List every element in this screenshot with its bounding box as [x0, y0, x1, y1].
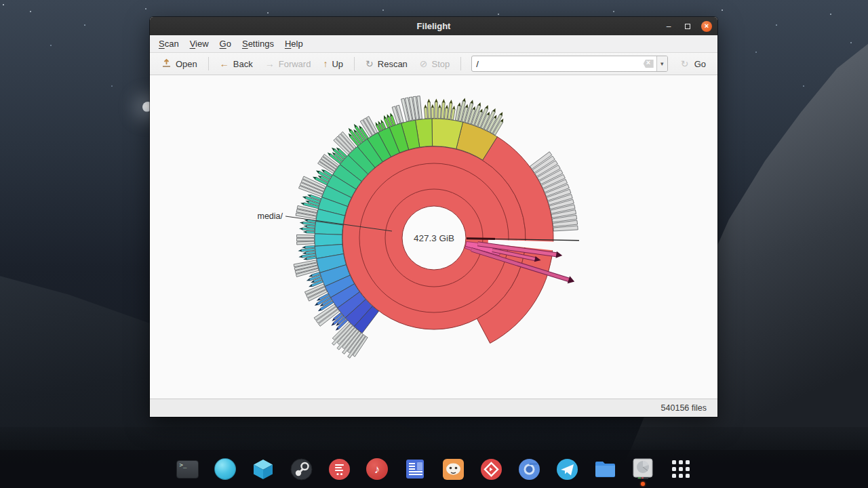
chart-spike: [307, 225, 315, 228]
menu-item-go[interactable]: Go: [214, 37, 237, 51]
dock-item-red-lines[interactable]: [327, 455, 351, 483]
chart-spike: [305, 245, 315, 248]
dock-item-gimp[interactable]: [441, 455, 465, 483]
open-label: Open: [176, 59, 197, 69]
diamond-app-icon: [480, 458, 502, 481]
dock-item-filelight[interactable]: [631, 455, 655, 483]
titlebar[interactable]: Filelight – ×: [150, 17, 717, 35]
path-combo: ▾: [471, 56, 667, 72]
dock-item-writer[interactable]: [403, 455, 427, 483]
rescan-label: Rescan: [378, 59, 408, 69]
up-button[interactable]: ↑Up: [318, 57, 348, 71]
open-button[interactable]: Open: [157, 56, 202, 72]
go-button[interactable]: ↻Go: [675, 57, 711, 71]
center-size-label: 427.3 GiB: [414, 233, 454, 243]
annotation-media: media/: [257, 211, 283, 221]
chart-spike: [297, 235, 315, 237]
file-count: 540156 files: [661, 403, 707, 413]
go-label: Go: [694, 59, 706, 69]
document-icon: [405, 458, 425, 480]
back-label: Back: [233, 59, 253, 69]
gimp-icon: [442, 458, 465, 481]
dock-item-music[interactable]: ♪: [365, 455, 389, 483]
stop-label: Stop: [432, 59, 450, 69]
dock-item-red-diamond[interactable]: [479, 455, 503, 483]
up-icon: ↑: [323, 59, 328, 69]
dock-item-terminal[interactable]: >_: [175, 455, 199, 483]
dock-item-chromium[interactable]: [517, 455, 541, 483]
chart-spike: [444, 108, 448, 119]
menu-item-help[interactable]: Help: [279, 37, 309, 51]
menu-item-view[interactable]: View: [184, 37, 214, 51]
menubar: ScanViewGoSettingsHelp: [150, 35, 717, 53]
terminal-icon: >_: [176, 460, 199, 479]
statusbar: 540156 files: [150, 399, 717, 417]
back-icon: ←: [220, 59, 229, 69]
chevron-down-icon[interactable]: ▾: [656, 56, 667, 71]
window-controls: – ×: [663, 17, 712, 35]
up-label: Up: [332, 59, 343, 69]
close-button[interactable]: ×: [701, 21, 712, 32]
telegram-icon: [556, 458, 578, 481]
toolbar: Open←Back→Forward↑Up↻Rescan⊘Stop▾↻Go: [150, 53, 717, 75]
folder-icon: [594, 460, 616, 479]
music-icon: ♪: [366, 458, 388, 480]
dock-item-steam[interactable]: [289, 455, 313, 483]
open-icon: [161, 58, 172, 70]
sunburst-chart[interactable]: media/427.3 GiB: [251, 89, 617, 387]
red-app-icon: [328, 458, 351, 481]
forward-button: →Forward: [260, 57, 316, 71]
stop-button: ⊘Stop: [415, 57, 454, 71]
chart-spike: [441, 102, 446, 119]
chart-spike: [302, 228, 315, 230]
chart-spike: [438, 108, 441, 119]
maximize-button[interactable]: [682, 21, 693, 32]
chart-spike: [435, 102, 437, 119]
steam-icon: [290, 458, 313, 481]
content-area: media/427.3 GiB: [150, 75, 717, 399]
dock-item-app-grid[interactable]: [669, 455, 693, 483]
toolbar-separator: [460, 57, 461, 70]
rescan-button[interactable]: ↻Rescan: [361, 57, 412, 71]
running-indicator: [641, 482, 645, 486]
app-grid-icon: [672, 460, 690, 478]
back-button[interactable]: ←Back: [215, 57, 258, 71]
chart-spike: [425, 108, 428, 119]
chart-spike: [297, 239, 315, 241]
stop-icon: ⊘: [420, 59, 428, 69]
path-input[interactable]: [472, 56, 643, 71]
forward-icon: →: [265, 59, 275, 69]
menu-item-settings[interactable]: Settings: [237, 37, 279, 51]
chart-spike: [431, 108, 434, 119]
chromium-icon: [518, 458, 540, 481]
stars: [3, 4, 4, 5]
toolbar-separator: [354, 57, 355, 70]
window-title: Filelight: [150, 21, 717, 31]
forward-label: Forward: [279, 59, 311, 69]
chart-spike: [427, 102, 431, 119]
rescan-icon: ↻: [366, 59, 374, 69]
chart-spike: [297, 241, 315, 245]
dock-item-files[interactable]: [593, 455, 617, 483]
cube-icon: [252, 458, 275, 481]
sphere-icon: [214, 458, 236, 480]
menu-item-scan[interactable]: Scan: [153, 37, 184, 51]
dock-item-sphere[interactable]: [213, 455, 237, 483]
minimize-button[interactable]: –: [663, 21, 674, 32]
dock-item-telegram[interactable]: [555, 455, 579, 483]
filelight-window: Filelight – × ScanViewGoSettingsHelp Ope…: [150, 17, 717, 417]
clear-path-icon[interactable]: [644, 60, 654, 68]
chart-spike: [307, 231, 315, 234]
toolbar-separator: [208, 57, 209, 70]
dock: >_♪: [0, 450, 868, 488]
filelight-icon: [632, 458, 654, 480]
dock-item-cube[interactable]: [251, 455, 275, 483]
